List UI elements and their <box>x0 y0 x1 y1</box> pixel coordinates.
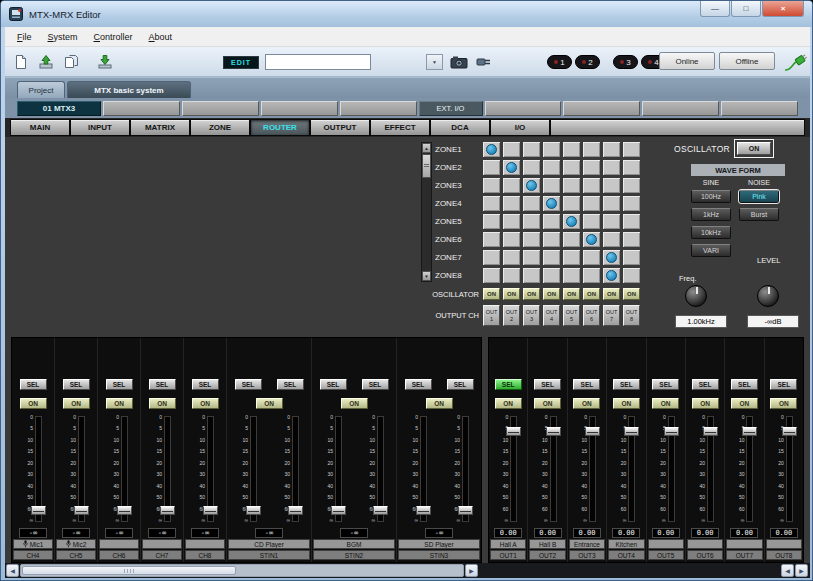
router-cell[interactable] <box>563 250 580 265</box>
fader[interactable]: 0510152030405060∞ <box>196 414 214 524</box>
menu-system[interactable]: System <box>40 29 86 45</box>
sel-button[interactable]: SEL <box>652 379 679 390</box>
device-slot-empty[interactable] <box>182 101 259 116</box>
router-cell[interactable] <box>583 250 600 265</box>
preset-combo-input[interactable] <box>265 54 371 70</box>
on-button[interactable]: ON <box>495 398 522 409</box>
router-cell[interactable] <box>603 250 620 265</box>
sel-button[interactable]: SEL <box>106 379 133 390</box>
output-ch-button[interactable]: OUT5 <box>563 305 580 326</box>
sel-button[interactable]: SEL <box>692 379 719 390</box>
fader[interactable]: 0510152030405060∞ <box>735 414 753 524</box>
router-cell[interactable] <box>543 142 560 157</box>
router-cell[interactable] <box>603 142 620 157</box>
maximize-button[interactable]: □ <box>731 1 761 17</box>
menu-controller[interactable]: Controller <box>86 29 141 45</box>
horizontal-scroll-thumb[interactable] <box>22 566 236 575</box>
sel-button[interactable]: SEL <box>20 379 47 390</box>
tab-output[interactable]: OUTPUT <box>310 119 370 136</box>
scroll-left-button-right-panel[interactable]: ◀ <box>781 564 794 577</box>
router-cell[interactable] <box>503 232 520 247</box>
device-slot-empty[interactable] <box>642 101 719 116</box>
output-ch-button[interactable]: OUT4 <box>543 305 560 326</box>
fader-handle[interactable] <box>160 506 175 515</box>
sel-button[interactable]: SEL <box>534 379 561 390</box>
scroll-right-button[interactable]: ▶ <box>465 564 478 577</box>
fader-handle[interactable] <box>546 427 561 436</box>
fader-handle[interactable] <box>624 427 639 436</box>
router-cell[interactable] <box>483 250 500 265</box>
fader-handle[interactable] <box>331 506 346 515</box>
fader[interactable]: 0510152030405060∞ <box>657 414 675 524</box>
sel-button[interactable]: SEL <box>149 379 176 390</box>
menu-file[interactable]: File <box>9 29 40 45</box>
router-cell[interactable] <box>623 250 640 265</box>
tab-zone[interactable]: ZONE <box>190 119 250 136</box>
new-file-button[interactable] <box>9 50 33 74</box>
oscillator-on-button[interactable]: ON <box>623 288 640 300</box>
fader-handle[interactable] <box>74 506 89 515</box>
sel-button[interactable]: SEL <box>405 379 432 390</box>
router-cell[interactable] <box>603 214 620 229</box>
router-cell[interactable] <box>543 250 560 265</box>
fader-handle[interactable] <box>782 427 797 436</box>
device-ext-io[interactable]: EXT. I/O <box>419 101 483 116</box>
router-cell[interactable] <box>503 178 520 193</box>
fader-handle[interactable] <box>288 506 303 515</box>
fader[interactable]: 0510152030405060∞ <box>696 414 714 524</box>
minimize-button[interactable]: — <box>700 1 730 17</box>
router-cell[interactable] <box>563 214 580 229</box>
fader[interactable]: 0510152030405060∞ <box>324 414 342 524</box>
fader-handle[interactable] <box>416 506 431 515</box>
fader[interactable]: 0510152030405060∞ <box>110 414 128 524</box>
device-01-mtx3[interactable]: 01 MTX3 <box>17 101 101 116</box>
output-ch-button[interactable]: OUT2 <box>503 305 520 326</box>
device-slot-empty[interactable] <box>485 101 562 116</box>
router-cell[interactable] <box>583 232 600 247</box>
sel-button[interactable]: SEL <box>495 379 522 390</box>
oscillator-on-button[interactable]: ON <box>523 288 540 300</box>
oscillator-on-button[interactable]: ON <box>737 142 771 155</box>
scroll-right-button-right-panel[interactable]: ▶ <box>795 564 808 577</box>
on-button[interactable]: ON <box>149 398 176 409</box>
scroll-left-button[interactable]: ◀ <box>6 564 19 577</box>
router-cell[interactable] <box>563 142 580 157</box>
oscillator-on-button[interactable]: ON <box>483 288 500 300</box>
router-cell[interactable] <box>503 142 520 157</box>
router-cell[interactable] <box>603 178 620 193</box>
sel-button[interactable]: SEL <box>277 379 304 390</box>
router-cell[interactable] <box>563 178 580 193</box>
router-cell[interactable] <box>483 214 500 229</box>
router-cell[interactable] <box>483 178 500 193</box>
on-button[interactable]: ON <box>192 398 219 409</box>
tab-main[interactable]: MAIN <box>10 119 70 136</box>
tab-effect[interactable]: EFFECT <box>370 119 430 136</box>
sel-button[interactable]: SEL <box>192 379 219 390</box>
tab-router[interactable]: ROUTER <box>250 119 310 136</box>
fader[interactable]: 0510152030405060∞ <box>499 414 517 524</box>
on-button[interactable]: ON <box>613 398 640 409</box>
router-cell[interactable] <box>603 268 620 283</box>
save-to-device-button[interactable] <box>93 50 117 74</box>
wave-burst[interactable]: Burst <box>739 208 779 221</box>
fader-handle[interactable] <box>203 506 218 515</box>
router-cell[interactable] <box>483 196 500 211</box>
titlebar[interactable]: MTX-MRX Editor — □ × <box>1 1 812 27</box>
oscillator-on-button[interactable]: ON <box>603 288 620 300</box>
router-cell[interactable] <box>623 214 640 229</box>
fader-handle[interactable] <box>458 506 473 515</box>
oscillator-on-button[interactable]: ON <box>563 288 580 300</box>
router-cell[interactable] <box>543 160 560 175</box>
fader[interactable]: 0510152030405060∞ <box>617 414 635 524</box>
router-cell[interactable] <box>523 214 540 229</box>
oscillator-on-button[interactable]: ON <box>503 288 520 300</box>
router-cell[interactable] <box>503 214 520 229</box>
open-file-button[interactable] <box>34 50 58 74</box>
fader[interactable]: 0510152030405060∞ <box>366 414 384 524</box>
sel-button[interactable]: SEL <box>770 379 797 390</box>
router-cell[interactable] <box>623 232 640 247</box>
horizontal-scroll-track[interactable] <box>20 564 464 577</box>
tab-matrix[interactable]: MATRIX <box>130 119 190 136</box>
tab-dca[interactable]: DCA <box>430 119 490 136</box>
router-cell[interactable] <box>503 196 520 211</box>
